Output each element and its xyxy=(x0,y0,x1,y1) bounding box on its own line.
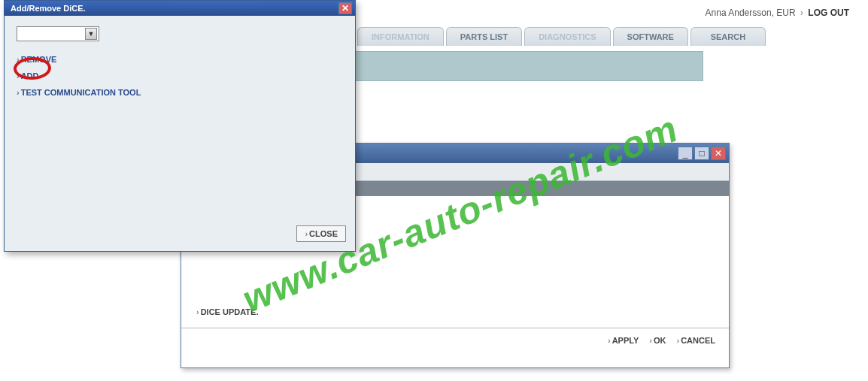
ok-button[interactable]: ›OK xyxy=(649,336,666,345)
ie-footer: ›APPLY ›OK ›CANCEL xyxy=(181,328,729,352)
chevron-right-icon: › xyxy=(17,55,20,64)
maximize-icon[interactable]: □ xyxy=(694,147,709,160)
cancel-button[interactable]: ›CANCEL xyxy=(676,336,715,345)
chevron-right-icon: › xyxy=(649,336,652,345)
window-controls: _ □ ✕ xyxy=(678,147,726,160)
close-button[interactable]: ›CLOSE xyxy=(296,225,346,242)
header-user-area: Anna Andersson, EUR › LOG OUT xyxy=(706,8,849,18)
tab-software[interactable]: SOFTWARE xyxy=(613,27,688,46)
tab-parts-list[interactable]: PARTS LIST xyxy=(446,27,522,46)
tab-diagnostics[interactable]: DIAGNOSTICS xyxy=(524,27,610,46)
chevron-right-icon: › xyxy=(800,8,803,18)
add-link[interactable]: ›ADD xyxy=(17,71,343,80)
close-icon[interactable]: ✕ xyxy=(338,2,352,14)
dice-update-label: DICE UPDATE. xyxy=(201,307,259,316)
dice-select[interactable]: ▼ xyxy=(17,26,99,41)
main-tabs: INFORMATION PARTS LIST DIAGNOSTICS SOFTW… xyxy=(357,27,766,46)
test-communication-tool-link[interactable]: ›TEST COMMUNICATION TOOL xyxy=(17,88,343,97)
chevron-right-icon: › xyxy=(676,336,679,345)
chevron-right-icon: › xyxy=(305,229,308,238)
chevron-right-icon: › xyxy=(608,336,611,345)
remove-link[interactable]: ›REMOVE xyxy=(17,55,343,64)
apply-button[interactable]: ›APPLY xyxy=(608,336,639,345)
dropdown-arrow-icon[interactable]: ▼ xyxy=(85,28,97,40)
user-name: Anna Andersson, EUR xyxy=(706,8,796,18)
tab-search[interactable]: SEARCH xyxy=(690,27,766,46)
logout-link[interactable]: LOG OUT xyxy=(808,8,849,18)
add-remove-dice-dialog: Add/Remove DiCE. ✕ ▼ ›REMOVE ›ADD ›TEST … xyxy=(4,0,356,252)
close-icon[interactable]: ✕ xyxy=(711,147,726,160)
ar-body: ▼ ›REMOVE ›ADD ›TEST COMMUNICATION TOOL xyxy=(5,16,355,115)
tab-information[interactable]: INFORMATION xyxy=(357,27,444,46)
chevron-right-icon: › xyxy=(17,88,20,97)
chevron-right-icon: › xyxy=(17,71,20,80)
ar-titlebar[interactable]: Add/Remove DiCE. ✕ xyxy=(5,1,355,16)
minimize-icon[interactable]: _ xyxy=(678,147,693,160)
ar-title-text: Add/Remove DiCE. xyxy=(11,4,86,13)
chevron-right-icon: › xyxy=(196,307,199,316)
dice-update-link[interactable]: ›DICE UPDATE. xyxy=(196,307,258,316)
